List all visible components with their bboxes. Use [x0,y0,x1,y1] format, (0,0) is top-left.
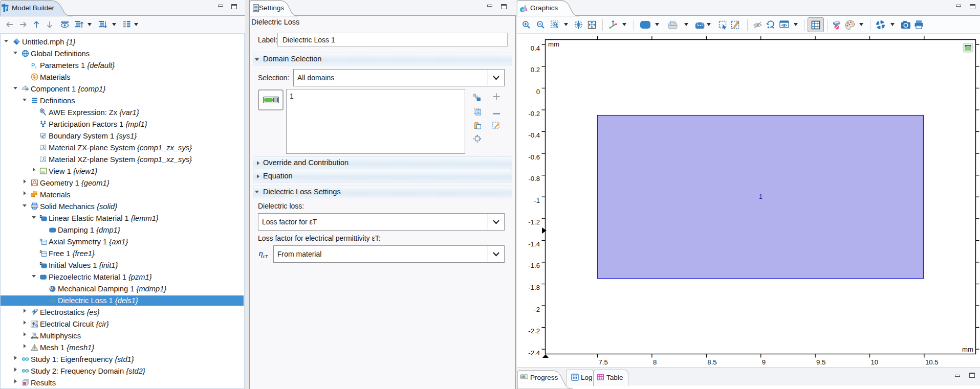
svg-text:0: 0 [536,88,540,96]
svg-text:-2.4: -2.4 [528,349,540,357]
svg-text:i: i [35,65,36,70]
svg-text:1: 1 [759,193,763,200]
svg-text:0.4: 0.4 [531,44,540,52]
svg-text:P: P [31,62,35,68]
svg-text:mm: mm [548,40,559,48]
svg-text:10.5: 10.5 [925,358,939,366]
svg-text:mm: mm [962,346,973,353]
svg-text:9: 9 [762,358,766,366]
svg-text:-0.8: -0.8 [528,175,540,182]
svg-text:-1.2: -1.2 [528,218,540,226]
svg-text:xy: xy [41,169,45,174]
svg-text:10: 10 [871,358,879,366]
svg-text:8.5: 8.5 [707,358,716,366]
svg-text:-0.6: -0.6 [528,153,540,161]
svg-text:8: 8 [653,358,657,366]
svg-text:-1: -1 [534,197,540,204]
svg-text:-1.6: -1.6 [528,262,540,269]
svg-text:-1.8: -1.8 [528,284,540,291]
svg-text:-0.4: -0.4 [528,131,540,139]
svg-text:9.5: 9.5 [816,358,825,366]
svg-text:-0.2: -0.2 [528,110,540,118]
svg-text:0.2: 0.2 [531,66,540,74]
svg-text:-2: -2 [534,306,540,313]
svg-text:-1.4: -1.4 [528,240,540,248]
svg-text:-2.2: -2.2 [528,327,540,335]
svg-text:7.5: 7.5 [599,358,608,366]
